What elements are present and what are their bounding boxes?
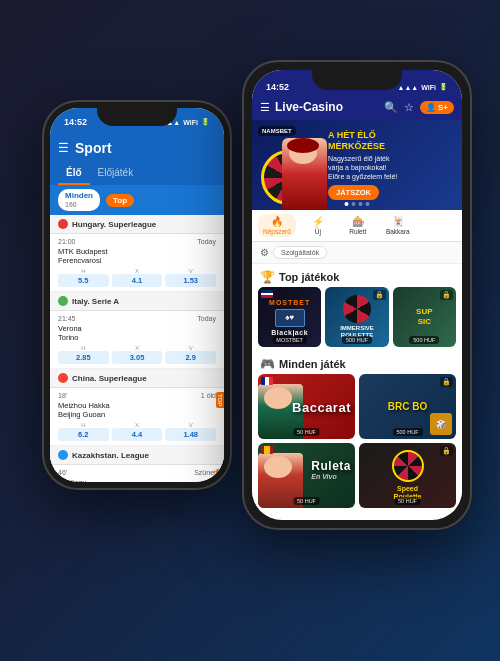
filter-bar: ⚙ Szolgáltatók (252, 242, 462, 264)
match-row-1: 21:00 Today MTK Budapest Ferencvarosi H … (50, 234, 224, 292)
game-lock-1: 🔒 (373, 290, 386, 300)
odds-row-1: H 5.5 X 4.1 V 1.53 (58, 268, 216, 287)
top-badge-1: TOP (216, 392, 224, 408)
wifi-icon: WiFi (183, 119, 198, 126)
dealer-hair (287, 138, 319, 153)
baccarat-badge: 50 HUF (293, 428, 320, 436)
filter-row: Minden 160 Top (50, 185, 224, 215)
right-screen: 14:52 ▲▲▲ WiFi 🔋 ☰ Live-Casino 🔍 ☆ 👤 S+ (252, 70, 462, 520)
casino-banner: NAMSBET A HÉT ÉLŐMÉRKŐZÉSE Nagyszerű élő… (252, 120, 462, 210)
league-4-container: Kazakhstan. League TOP 46' Szünet Zhetis… (50, 446, 224, 482)
provider-filter[interactable]: Szolgáltatók (273, 246, 327, 259)
top-section-header: 🏆 Top játékok (252, 264, 462, 287)
blackjack-badge: MOSTBET (272, 336, 307, 344)
tab-roulette[interactable]: 🎰 Rulett (340, 214, 376, 237)
right-time: 14:52 (266, 82, 289, 92)
china-flag-icon (58, 373, 68, 383)
search-icon[interactable]: 🔍 (384, 101, 398, 114)
tab-prejáték[interactable]: Előjáték (90, 162, 142, 185)
game-lock-2: 🔒 (440, 290, 453, 300)
casino-action-icons: 🔍 ☆ 👤 S+ (384, 101, 454, 114)
top-games-grid: MOSTBET ♠♥ Blackjack MOSTBET IMMERSIVERO… (252, 287, 462, 351)
game-immersive-roulette[interactable]: IMMERSIVEROULETTE 500 HUF 🔒 (325, 287, 388, 347)
star-icon[interactable]: ☆ (404, 101, 414, 114)
sroulette-lock: 🔒 (440, 446, 453, 456)
ruleta-badge: 50 HUF (293, 497, 320, 505)
tab-new[interactable]: ⚡ Új (300, 214, 336, 237)
hamburger-icon[interactable]: ☰ (58, 141, 69, 155)
sport-title: Sport (75, 140, 112, 156)
game-brcbo[interactable]: BRC BO 🎲 500 HUF 🔒 (359, 374, 456, 439)
odds-row-3: H 6.2 X 4.4 V 1.48 (58, 422, 216, 441)
odd-1-x[interactable]: 4.1 (112, 274, 163, 287)
hungary-flag-icon (58, 219, 68, 229)
roulette-icon: 🎰 (352, 216, 364, 227)
battery-icon: 🔋 (201, 118, 210, 126)
right-status-icons: ▲▲▲ WiFi 🔋 (397, 83, 448, 91)
odds-row-2: H 2.85 X 3.05 V 2.9 (58, 345, 216, 364)
right-notch (312, 70, 402, 90)
tab-live[interactable]: Élő (58, 162, 90, 185)
tab-baccarat[interactable]: 🃏 Bakkara (380, 214, 416, 237)
odd-3-v[interactable]: 1.48 (165, 428, 216, 441)
left-screen: 14:52 ▲▲▲ WiFi 🔋 ☰ Sport Élő Előjáték Mi… (50, 108, 224, 482)
odd-1-v[interactable]: 1.53 (165, 274, 216, 287)
dot-4 (366, 202, 370, 206)
trophy-icon: 🏆 (260, 270, 275, 284)
all-games-grid: Baccarat 50 HUF BRC BO 🎲 500 HUF 🔒 (252, 374, 462, 514)
game-baccarat[interactable]: Baccarat 50 HUF (258, 374, 355, 439)
all-section-title: Minden játék (279, 358, 346, 370)
brcbo-lock: 🔒 (440, 377, 453, 387)
top-filter[interactable]: Top (106, 194, 134, 207)
casino-menu-icon[interactable]: ☰ (260, 101, 270, 114)
new-icon: ⚡ (312, 216, 324, 227)
match-row-4: TOP 46' Szünet Zhetisay Khan Tengry V 1.… (50, 465, 224, 482)
game-sup-sic[interactable]: SUPSIC 500 HUF 🔒 (393, 287, 456, 347)
left-notch (97, 108, 177, 126)
dot-3 (359, 202, 363, 206)
left-time: 14:52 (64, 117, 87, 127)
odd-2-x[interactable]: 3.05 (112, 351, 163, 364)
ruleta-flag (261, 446, 273, 454)
kaz-flag-icon (58, 450, 68, 460)
banner-subtitle: Nagyszerű élő játékvárja a bajnokokat!El… (328, 154, 456, 181)
league-hungary: Hungary. Superleague (50, 215, 224, 234)
top-badge-2: TOP (216, 469, 224, 482)
odd-2-v[interactable]: 2.9 (165, 351, 216, 364)
odd-3-h[interactable]: 6.2 (58, 428, 109, 441)
top-section-title: Top játékok (279, 271, 339, 283)
odd-1-h[interactable]: 5.5 (58, 274, 109, 287)
dealer-figure (282, 138, 327, 210)
match-section: Hungary. Superleague 21:00 Today MTK Bud… (50, 215, 224, 482)
odd-3-x[interactable]: 4.4 (112, 428, 163, 441)
sport-header: ☰ Sport (50, 136, 224, 162)
game-flag-1 (261, 290, 273, 298)
baccarat-flag (261, 377, 273, 385)
dot-1 (345, 202, 349, 206)
supsic-badge: 500 HUF (409, 336, 439, 344)
user-button[interactable]: 👤 S+ (420, 101, 454, 114)
all-section-header: 🎮 Minden játék (252, 351, 462, 374)
odd-2-h[interactable]: 2.85 (58, 351, 109, 364)
casino-title: Live-Casino (275, 100, 343, 114)
match-row-2: 21:45 Today Verona Torino H 2.85 X 3.05 … (50, 311, 224, 369)
banner-button[interactable]: JÁTSZOK (328, 185, 379, 200)
game-blackjack[interactable]: MOSTBET ♠♥ Blackjack MOSTBET (258, 287, 321, 347)
fire-icon: 🔥 (271, 216, 283, 227)
banner-dots (345, 202, 370, 206)
league-kazakhstan: Kazakhstan. League (50, 446, 224, 465)
game-speed-roulette[interactable]: SpeedRoulette 50 HUF 🔒 (359, 443, 456, 508)
all-filter[interactable]: Minden 160 (58, 189, 100, 211)
sport-tabs: Élő Előjáték (50, 162, 224, 185)
tab-popular[interactable]: 🔥 Népszerű (258, 214, 296, 237)
sroulette-badge: 50 HUF (394, 497, 421, 505)
r-wifi-icon: WiFi (421, 84, 436, 91)
r-battery-icon: 🔋 (439, 83, 448, 91)
filter-icon: ⚙ (260, 247, 269, 258)
game-ruleta[interactable]: Ruleta En Vivo 50 HUF (258, 443, 355, 508)
category-tabs: 🔥 Népszerű ⚡ Új 🎰 Rulett 🃏 Bakkara (252, 210, 462, 242)
gamepad-icon: 🎮 (260, 357, 275, 371)
league-3-container: China. Superleague TOP 18' 1 óld Meizhou… (50, 369, 224, 446)
brcbo-badge: 500 HUF (392, 428, 422, 436)
league-italy: Italy. Serie A (50, 292, 224, 311)
